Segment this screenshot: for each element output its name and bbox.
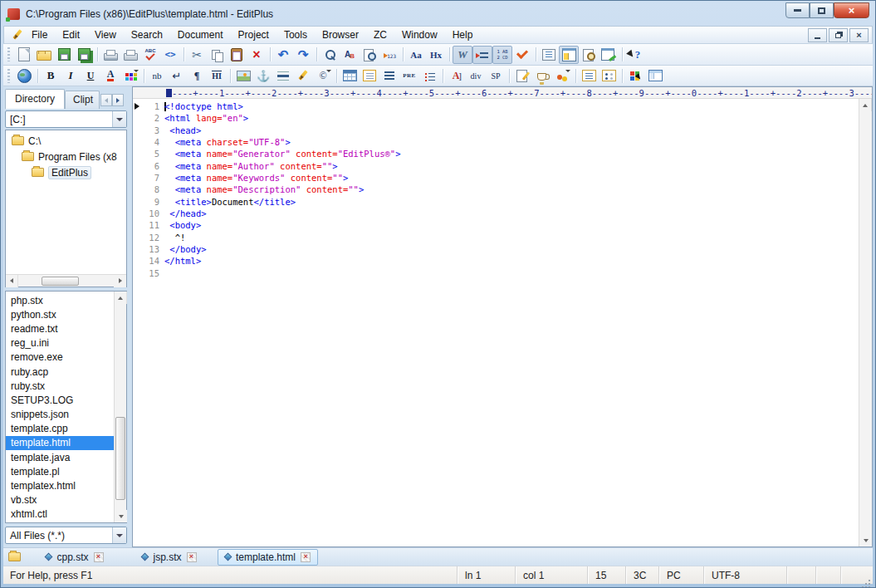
code-line[interactable]: 15 [133,267,859,279]
find-icon[interactable] [320,46,340,64]
toolbar-button[interactable] [506,66,512,85]
script-edit-icon[interactable] [512,66,532,85]
code-line[interactable]: 8 <meta name="Description" content=""> [133,184,859,195]
menu-item[interactable]: View [87,27,124,42]
code-line[interactable]: 1<!doctype html> [133,100,859,112]
list-icon[interactable] [419,66,439,85]
anchor-icon[interactable]: ⚓ [253,66,273,85]
toggle-case-icon[interactable]: Aa [406,46,426,64]
code-line[interactable]: 6 <meta name="Author" content=""> [133,160,859,172]
document-tab[interactable]: jsp.stx × [123,549,216,566]
line-break-icon[interactable]: ↵ [167,66,187,85]
cut-icon[interactable]: ✂ [187,46,207,64]
file-list-scrollbar[interactable] [114,292,126,522]
color-picker-icon[interactable] [120,66,140,85]
scrollbar-thumb[interactable] [42,277,79,286]
scroll-down-button[interactable] [115,510,127,522]
browser-globe-icon[interactable] [14,66,34,85]
menu-item[interactable]: Tools [277,27,315,42]
align-icon[interactable] [379,66,399,85]
file-list-item[interactable]: SETUP3.LOG [6,393,114,407]
menu-item[interactable]: Help [445,27,481,42]
code-area[interactable]: 1<!doctype html>2<html lang="en">3 <head… [133,99,859,546]
toolbar-button[interactable] [399,46,406,64]
editor-scrollbar[interactable] [859,99,872,546]
print-preview-icon[interactable] [100,46,120,64]
menu-item[interactable]: Document [170,27,231,42]
save-all-icon[interactable] [74,46,94,64]
replace-icon[interactable] [340,46,360,64]
special-char-icon[interactable]: © [313,66,333,85]
font-tag-icon[interactable]: A [446,66,466,85]
toolbar-button[interactable] [313,46,320,64]
hex-viewer-icon[interactable]: Hx [426,46,446,64]
code-line[interactable]: 10 </head> [133,208,859,219]
file-list-item[interactable]: template.html [6,436,114,450]
toolbar-button[interactable] [572,66,579,85]
toolbar-button[interactable] [532,46,539,64]
bold-icon[interactable]: B [41,66,61,85]
context-help-icon[interactable]: ? [625,46,645,64]
close-button[interactable]: × [834,2,869,18]
file-list-item[interactable]: readme.txt [6,321,114,336]
sidebar-toggle-icon[interactable] [559,46,579,64]
italic-icon[interactable]: I [61,66,81,85]
dropdown-arrow-icon[interactable] [112,111,126,127]
paragraph-icon[interactable]: ¶ [187,66,207,85]
file-list-item[interactable]: template.cpp [6,422,114,436]
activex-icon[interactable] [625,66,645,85]
tree-item[interactable]: C:\ [6,133,126,149]
copy-icon[interactable] [207,46,227,64]
form-field-icon[interactable] [579,66,599,85]
menu-item[interactable]: Window [394,27,445,42]
code-line[interactable]: 5 <meta name="Generator" content="EditPl… [133,148,859,159]
toolbar-button[interactable] [619,46,625,64]
scroll-up-button[interactable] [859,99,872,111]
tab-scroll-left-button[interactable] [100,94,112,106]
toolbar-button[interactable] [140,66,147,85]
sidebar-tab[interactable]: Directory [5,89,65,109]
file-list-item[interactable]: xhtml.ctl [6,507,114,522]
menu-item[interactable]: ZC [366,27,394,42]
horizontal-rule-icon[interactable] [273,66,293,85]
file-list-item[interactable]: template.java [6,450,114,464]
java-applet-icon[interactable] [532,66,552,85]
mdi-minimize-button[interactable] [808,28,827,42]
tree-horizontal-scrollbar[interactable] [6,274,126,287]
line-numbers-icon[interactable] [492,46,512,64]
code-line[interactable]: 4 <meta charset="UTF-8"> [133,136,859,148]
toolbar-button[interactable] [446,46,453,64]
tab-scroll-right-button[interactable] [112,94,124,106]
menu-item[interactable]: Project [231,27,277,42]
goto-line-icon[interactable] [379,46,399,64]
scroll-left-button[interactable] [6,275,18,287]
html-tag-icon[interactable]: <> [160,46,180,64]
sidebar-tab[interactable]: Clipt [65,91,100,109]
menu-item[interactable]: Browser [315,27,366,42]
document-list-button[interactable] [7,552,27,561]
file-list-item[interactable]: vb.stx [6,493,114,507]
toolbar-grip[interactable] [7,47,10,61]
file-list-item[interactable]: ruby.acp [6,365,114,379]
syntax-check-icon[interactable] [512,46,532,64]
code-line[interactable]: 3 <head> [133,125,859,136]
resize-grip[interactable] [861,566,873,584]
dropdown-arrow-icon[interactable] [112,527,126,543]
tree-item[interactable]: Program Files (x8 [6,149,126,164]
table-icon[interactable] [340,66,360,85]
underline-icon[interactable]: U [81,66,100,85]
file-list-item[interactable]: reg_u.ini [6,336,114,350]
heading-icon[interactable]: HI [207,66,227,85]
menu-item[interactable]: File [24,27,55,42]
toolbar-button[interactable] [333,66,340,85]
pre-tag-icon[interactable]: PRE [399,66,419,85]
object-icon[interactable] [552,66,572,85]
scroll-right-button[interactable] [114,275,126,287]
frame-icon[interactable] [645,66,665,85]
file-list-item[interactable]: php.stx [6,293,114,307]
document-tab[interactable]: template.html × [218,549,318,566]
browser-preview-icon[interactable] [579,46,599,64]
mdi-close-button[interactable]: × [849,28,869,42]
spell-check-icon[interactable] [140,46,160,64]
toolbar-button[interactable] [619,66,625,85]
